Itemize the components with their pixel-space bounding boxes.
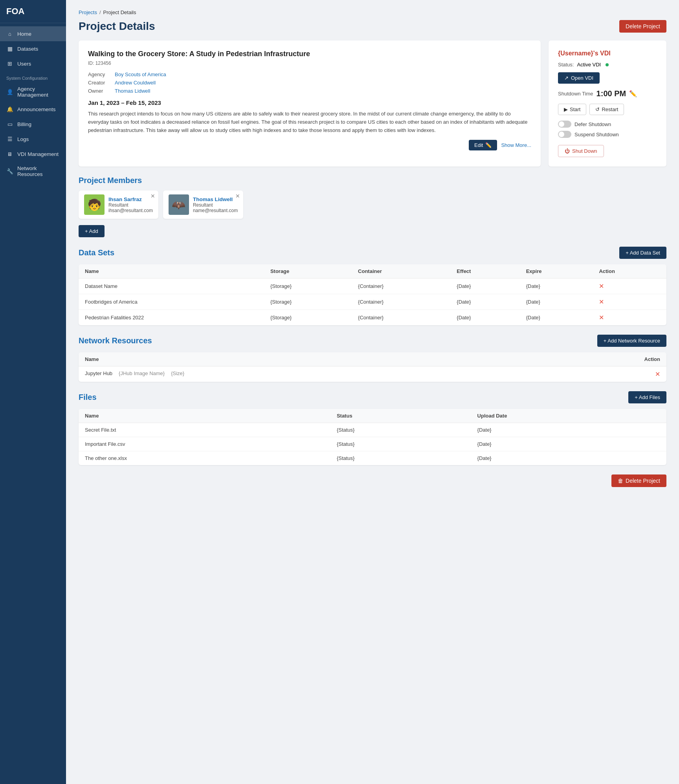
- power-icon: ⏻: [565, 148, 570, 154]
- datasets-header: Data Sets + Add Data Set: [79, 247, 666, 259]
- sidebar-item-billing[interactable]: ▭ Billing: [0, 117, 66, 132]
- file-status-1: {Status}: [330, 437, 471, 451]
- creator-row: Creator Andrew Couldwell: [88, 80, 531, 86]
- datasets-icon: ▦: [6, 45, 13, 52]
- add-files-button[interactable]: + Add Files: [628, 391, 666, 403]
- delete-project-button-top[interactable]: Delete Project: [619, 20, 666, 33]
- creator-value[interactable]: Andrew Couldwell: [115, 80, 156, 86]
- member-name-0[interactable]: Ihsan Sarfraz: [108, 196, 153, 202]
- suspend-shutdown-toggle[interactable]: [558, 131, 571, 138]
- datasets-table-container: Name Storage Container Effect Expire Act…: [79, 264, 666, 325]
- vdi-status-row: Status: Active VDI: [558, 62, 657, 68]
- member-close-button-0[interactable]: ✕: [150, 193, 155, 199]
- network-resources-title: Network Resources: [79, 336, 152, 345]
- owner-label: Owner: [88, 88, 112, 94]
- dataset-storage-0: {Storage}: [264, 278, 352, 294]
- agency-row: Agency Boy Scouts of America: [88, 71, 531, 77]
- vdi-title: {Username}'s VDI: [558, 50, 657, 57]
- sidebar: FOA ⌂ Home ▦ Datasets ⊞ Users System Con…: [0, 0, 66, 784]
- sidebar-item-label: Users: [17, 61, 31, 67]
- add-dataset-button[interactable]: + Add Data Set: [619, 247, 666, 259]
- datasets-col-effect: Effect: [450, 264, 519, 278]
- open-vdi-button[interactable]: ↗ Open VDI: [558, 72, 600, 84]
- page-header: Project Details Delete Project: [79, 20, 666, 33]
- owner-row: Owner Thomas Lidwell: [88, 88, 531, 94]
- file-upload-date-2: {Date}: [471, 451, 666, 465]
- breadcrumb-separator: /: [99, 9, 101, 15]
- dataset-expire-0: {Date}: [520, 278, 593, 294]
- datasets-col-container: Container: [352, 264, 450, 278]
- dataset-expire-1: {Date}: [520, 294, 593, 310]
- delete-nr-button-0[interactable]: ✕: [655, 371, 660, 377]
- sidebar-item-vdi-management[interactable]: 🖥 VDI Management: [0, 147, 66, 161]
- sidebar-item-label: Billing: [17, 121, 31, 127]
- delete-dataset-button-1[interactable]: ✕: [599, 299, 604, 305]
- bell-icon: 🔔: [6, 106, 13, 113]
- sidebar-item-logs[interactable]: ☰ Logs: [0, 132, 66, 147]
- project-layout: Walking to the Grocery Store: A Study in…: [79, 40, 666, 167]
- table-row: The other one.xlsx {Status} {Date}: [79, 451, 666, 465]
- dataset-action-1: ✕: [593, 294, 666, 310]
- breadcrumb-projects-link[interactable]: Projects: [79, 9, 97, 15]
- sidebar-item-label: Home: [17, 31, 31, 37]
- table-row: Dataset Name {Storage} {Container} {Date…: [79, 278, 666, 294]
- add-member-button[interactable]: + Add: [79, 225, 105, 237]
- agency-label: Agency: [88, 71, 112, 77]
- defer-shutdown-thumb: [559, 121, 564, 127]
- suspend-shutdown-row: Suspend Shutdown: [558, 131, 657, 138]
- dataset-storage-2: {Storage}: [264, 310, 352, 326]
- dataset-effect-0: {Date}: [450, 278, 519, 294]
- agency-value[interactable]: Boy Scouts of America: [115, 71, 166, 77]
- sidebar-item-announcements[interactable]: 🔔 Announcements: [0, 102, 66, 117]
- edit-button[interactable]: Edit ✏️: [469, 140, 497, 150]
- defer-shutdown-toggle[interactable]: [558, 121, 571, 128]
- restart-icon: ↺: [595, 106, 600, 112]
- project-actions: Edit ✏️ Show More...: [88, 140, 531, 150]
- sidebar-item-agency-management[interactable]: 👤 Agency Management: [0, 82, 66, 102]
- restart-button[interactable]: ↺ Restart: [589, 104, 624, 115]
- sidebar-item-datasets[interactable]: ▦ Datasets: [0, 41, 66, 56]
- member-name-1[interactable]: Thomas Lidwell: [193, 196, 238, 202]
- member-role-1: Resultant: [193, 202, 238, 208]
- trash-icon-bottom: 🗑: [618, 478, 623, 484]
- member-email-1: name@resultant.com: [193, 208, 238, 213]
- dataset-container-2: {Container}: [352, 310, 450, 326]
- member-card-0: 🧒 Ihsan Sarfraz Resultant ihsan@resultan…: [79, 191, 158, 219]
- vdi-btn-row: ▶ Start ↺ Restart: [558, 104, 657, 115]
- creator-label: Creator: [88, 80, 112, 86]
- datasets-header-row: Name Storage Container Effect Expire Act…: [79, 264, 666, 278]
- sidebar-item-network-resources[interactable]: 🔧 Network Resources: [0, 161, 66, 181]
- defer-shutdown-row: Defer Shutdown: [558, 121, 657, 128]
- dataset-effect-1: {Date}: [450, 294, 519, 310]
- shutdown-button[interactable]: ⏻ Shut Down: [558, 145, 604, 157]
- delete-project-button-bottom[interactable]: 🗑 Delete Project: [611, 474, 666, 487]
- member-avatar-0: 🧒: [84, 194, 105, 215]
- file-upload-date-1: {Date}: [471, 437, 666, 451]
- files-table: Name Status Upload Date Secret File.txt …: [79, 409, 666, 465]
- add-network-resource-button[interactable]: + Add Network Resource: [597, 335, 666, 347]
- dataset-container-0: {Container}: [352, 278, 450, 294]
- project-members-header: Project Members: [79, 176, 666, 185]
- shutdown-time-label: Shutdown Time: [558, 91, 593, 97]
- vdi-icon: 🖥: [6, 150, 13, 158]
- breadcrumb: Projects / Project Details: [79, 9, 666, 15]
- delete-dataset-button-2[interactable]: ✕: [599, 314, 604, 321]
- sidebar-item-users[interactable]: ⊞ Users: [0, 56, 66, 71]
- owner-value[interactable]: Thomas Lidwell: [115, 88, 150, 94]
- sidebar-item-home[interactable]: ⌂ Home: [0, 26, 66, 41]
- show-more-link[interactable]: Show More...: [501, 142, 531, 148]
- member-close-button-1[interactable]: ✕: [235, 193, 240, 199]
- table-row: Secret File.txt {Status} {Date}: [79, 423, 666, 437]
- bottom-actions: 🗑 Delete Project: [79, 474, 666, 487]
- dataset-name-1: Footbridges of America: [79, 294, 264, 310]
- vdi-status-value: Active VDI: [577, 62, 601, 68]
- start-button[interactable]: ▶ Start: [558, 104, 586, 115]
- edit-shutdown-time-button[interactable]: ✏️: [629, 90, 637, 97]
- files-section: Files + Add Files Name Status Upload Dat…: [79, 391, 666, 465]
- datasets-col-expire: Expire: [520, 264, 593, 278]
- delete-dataset-button-0[interactable]: ✕: [599, 283, 604, 289]
- files-col-upload-date: Upload Date: [471, 409, 666, 423]
- network-icon: 🔧: [6, 168, 13, 175]
- suspend-shutdown-label: Suspend Shutdown: [574, 132, 619, 137]
- external-link-icon: ↗: [564, 75, 569, 81]
